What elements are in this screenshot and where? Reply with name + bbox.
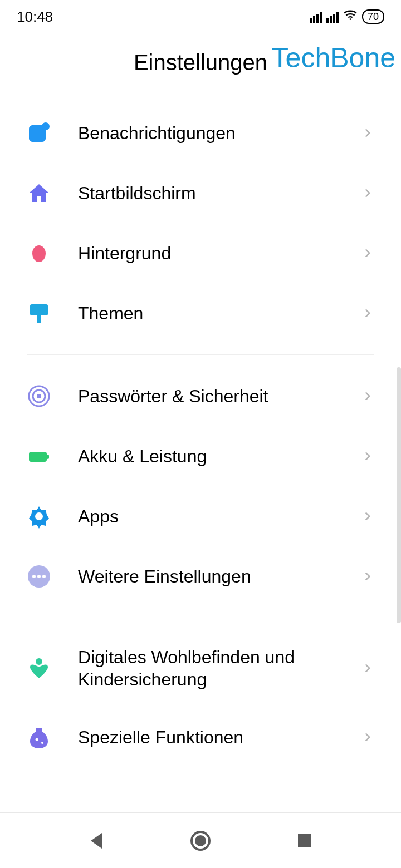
navigation-bar xyxy=(0,812,401,868)
svg-rect-9 xyxy=(47,455,49,459)
nav-back-button[interactable] xyxy=(84,828,109,853)
svg-point-15 xyxy=(36,658,42,665)
scroll-indicator[interactable] xyxy=(397,367,401,623)
svg-point-12 xyxy=(32,575,36,578)
chevron-right-icon xyxy=(362,732,373,743)
settings-item-label: Startbildschirm xyxy=(78,182,362,204)
wallpaper-icon xyxy=(27,241,51,265)
svg-rect-4 xyxy=(37,315,41,323)
chevron-right-icon xyxy=(362,308,373,319)
settings-item-apps[interactable]: Apps xyxy=(0,486,401,546)
svg-point-10 xyxy=(35,512,43,520)
notifications-icon xyxy=(27,121,51,145)
chevron-right-icon xyxy=(362,663,373,674)
svg-point-2 xyxy=(42,122,50,130)
settings-item-label: Akku & Leistung xyxy=(78,445,362,467)
battery-indicator: 70 xyxy=(362,9,384,24)
more-icon xyxy=(27,564,51,589)
settings-item-more[interactable]: Weitere Einstellungen xyxy=(0,546,401,606)
settings-item-themes[interactable]: Themen xyxy=(0,283,401,343)
settings-item-special[interactable]: Spezielle Funktionen xyxy=(0,707,401,767)
section-divider xyxy=(27,354,374,355)
chevron-right-icon xyxy=(362,391,373,402)
settings-item-security[interactable]: Passwörter & Sicherheit xyxy=(0,366,401,426)
svg-point-19 xyxy=(195,835,206,846)
settings-item-label: Apps xyxy=(78,505,362,527)
wellbeing-icon xyxy=(27,656,51,680)
watermark-text: TechBone xyxy=(272,42,395,74)
security-icon xyxy=(27,384,51,408)
battery-icon xyxy=(27,444,51,468)
settings-list: Benachrichtigungen Startbildschirm Hinte… xyxy=(0,103,401,767)
settings-item-label: Themen xyxy=(78,302,362,324)
settings-item-wallpaper[interactable]: Hintergrund xyxy=(0,223,401,283)
settings-item-battery[interactable]: Akku & Leistung xyxy=(0,426,401,486)
home-icon xyxy=(27,181,51,205)
nav-recents-button[interactable] xyxy=(292,828,317,853)
svg-point-14 xyxy=(42,575,46,578)
settings-item-notifications[interactable]: Benachrichtigungen xyxy=(0,103,401,163)
signal-icon-2 xyxy=(326,11,339,23)
svg-rect-3 xyxy=(30,304,48,315)
settings-item-label: Passwörter & Sicherheit xyxy=(78,385,362,407)
svg-point-16 xyxy=(36,738,38,741)
settings-item-label: Weitere Einstellungen xyxy=(78,565,362,588)
svg-point-17 xyxy=(41,742,43,744)
svg-point-13 xyxy=(37,575,41,578)
chevron-right-icon xyxy=(362,511,373,522)
settings-item-label: Digitales Wohlbefinden und Kindersicheru… xyxy=(78,646,362,691)
settings-item-label: Benachrichtigungen xyxy=(78,122,362,144)
settings-item-label: Hintergrund xyxy=(78,242,362,264)
settings-item-label: Spezielle Funktionen xyxy=(78,726,362,748)
chevron-right-icon xyxy=(362,248,373,259)
svg-rect-20 xyxy=(298,834,311,847)
status-bar: 10:48 70 xyxy=(0,0,401,33)
nav-home-button[interactable] xyxy=(188,828,213,853)
chevron-right-icon xyxy=(362,571,373,582)
themes-icon xyxy=(27,301,51,326)
section-divider xyxy=(27,618,374,618)
status-time: 10:48 xyxy=(17,8,53,26)
svg-rect-8 xyxy=(29,452,47,462)
page-header: Einstellungen TechBone xyxy=(0,33,401,103)
chevron-right-icon xyxy=(362,127,373,139)
wifi-icon xyxy=(343,8,358,26)
svg-point-7 xyxy=(37,394,41,398)
apps-icon xyxy=(27,504,51,529)
status-indicators: 70 xyxy=(310,8,384,26)
svg-point-0 xyxy=(350,18,351,20)
settings-item-wellbeing[interactable]: Digitales Wohlbefinden und Kindersicheru… xyxy=(0,629,401,707)
signal-icon-1 xyxy=(310,11,322,23)
chevron-right-icon xyxy=(362,188,373,199)
settings-item-homescreen[interactable]: Startbildschirm xyxy=(0,163,401,223)
special-icon xyxy=(27,725,51,749)
chevron-right-icon xyxy=(362,451,373,462)
